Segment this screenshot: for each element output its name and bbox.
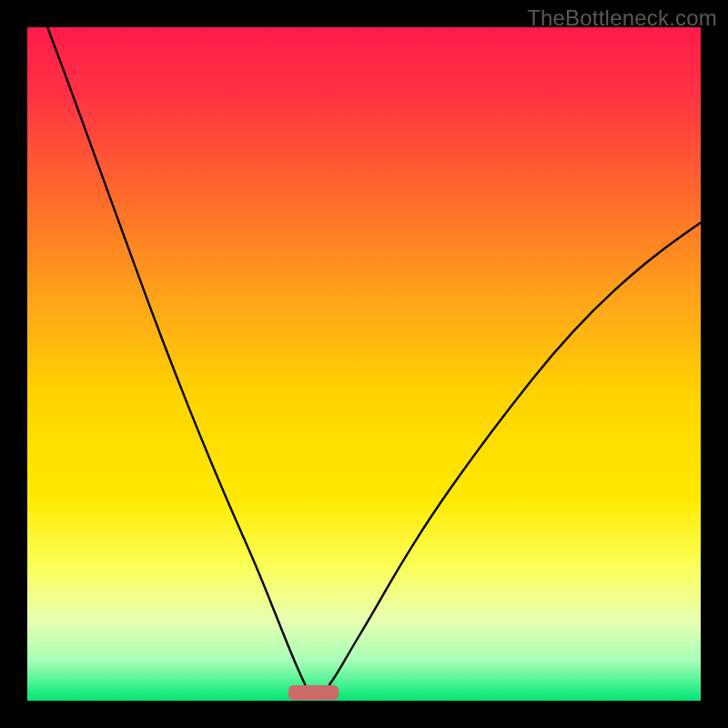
plot-area [27,27,701,701]
bottleneck-marker [288,685,339,700]
gradient-background [27,27,701,701]
chart-svg [27,27,701,701]
chart-frame: TheBottleneck.com [0,0,728,728]
